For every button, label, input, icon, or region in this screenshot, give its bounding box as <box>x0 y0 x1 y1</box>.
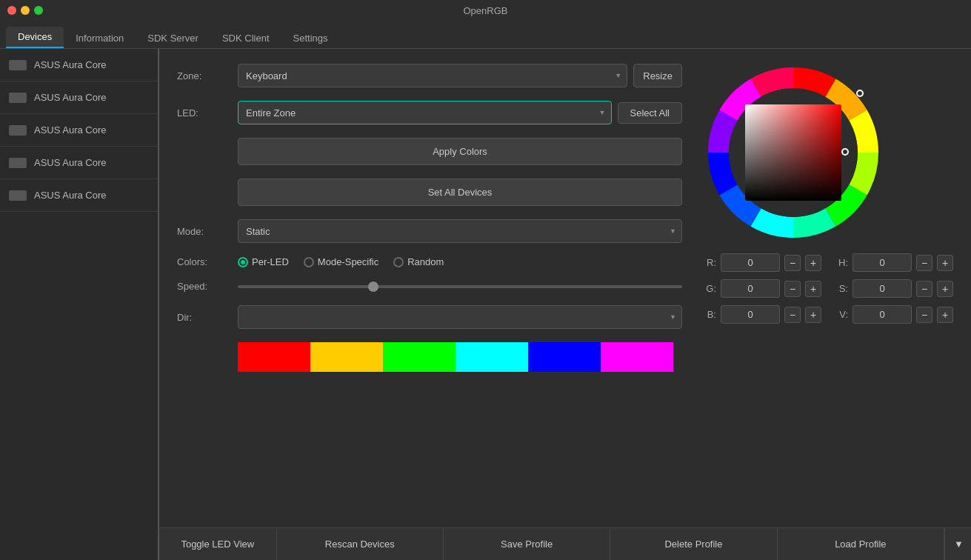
h-decrement[interactable]: − <box>916 255 932 271</box>
delete-profile-button[interactable]: Delete Profile <box>610 528 777 560</box>
zone-control: Keyboard Resize <box>238 64 682 87</box>
app-title: OpenRGB <box>464 5 508 16</box>
tab-information[interactable]: Information <box>64 28 136 48</box>
toggle-led-view-button[interactable]: Toggle LED View <box>159 528 277 560</box>
rgb-group: R: − + G: − + B: <box>704 253 821 324</box>
radio-random-circle <box>393 257 404 267</box>
h-row: H: − + <box>836 253 953 272</box>
v-decrement[interactable]: − <box>916 307 932 323</box>
dir-select[interactable] <box>238 305 682 329</box>
radio-group: Per-LED Mode-Specific Random <box>238 256 444 267</box>
led-select[interactable]: Entire Zone <box>238 101 612 124</box>
radio-per-led-label: Per-LED <box>252 256 289 267</box>
v-row: V: − + <box>836 305 953 324</box>
select-all-button[interactable]: Select All <box>618 102 682 124</box>
apply-colors-button[interactable]: Apply Colors <box>238 138 682 165</box>
radio-per-led[interactable]: Per-LED <box>238 256 289 267</box>
maximize-button[interactable] <box>34 6 43 15</box>
tab-sdk-client[interactable]: SDK Client <box>210 28 281 48</box>
rescan-devices-button[interactable]: Rescan Devices <box>277 528 444 560</box>
dir-select-wrapper <box>238 305 682 329</box>
sidebar-item-label-0: ASUS Aura Core <box>34 59 107 70</box>
device-icon <box>9 93 27 103</box>
s-row: S: − + <box>836 279 953 298</box>
radio-mode-specific-circle <box>304 257 314 267</box>
color-wheel-container[interactable] <box>704 64 882 241</box>
r-increment[interactable]: + <box>805 255 821 271</box>
mode-label: Mode: <box>177 226 229 237</box>
tab-settings[interactable]: Settings <box>281 28 340 48</box>
rgb-hsv-panel: R: − + G: − + B: <box>704 253 953 324</box>
config-right: R: − + G: − + B: <box>704 64 953 513</box>
radio-per-led-circle <box>238 257 248 267</box>
load-profile-button[interactable]: Load Profile <box>778 528 944 560</box>
tab-sdk-server[interactable]: SDK Server <box>136 28 210 48</box>
zone-select[interactable]: Keyboard <box>238 64 627 87</box>
sidebar-item-3[interactable]: ASUS Aura Core <box>0 147 158 179</box>
close-button[interactable] <box>7 6 16 15</box>
color-swatch-0[interactable] <box>238 342 310 372</box>
radio-mode-specific-label: Mode-Specific <box>318 256 378 267</box>
s-decrement[interactable]: − <box>916 281 932 297</box>
speed-row: Speed: <box>177 281 682 292</box>
color-swatch-3[interactable] <box>456 342 528 372</box>
mode-row: Mode: Static Breathing Flashing Color Cy… <box>177 219 682 243</box>
device-icon <box>9 158 27 168</box>
g-decrement[interactable]: − <box>784 281 801 297</box>
g-increment[interactable]: + <box>805 281 821 297</box>
b-row: B: − + <box>704 305 821 324</box>
color-swatch-4[interactable] <box>528 342 601 372</box>
color-swatches <box>238 342 682 372</box>
colors-control: Per-LED Mode-Specific Random <box>238 256 682 267</box>
save-profile-button[interactable]: Save Profile <box>444 528 610 560</box>
load-profile-dropdown[interactable]: ▼ <box>944 528 971 560</box>
g-input[interactable] <box>721 279 780 298</box>
sidebar-item-1[interactable]: ASUS Aura Core <box>0 81 158 114</box>
radio-mode-specific[interactable]: Mode-Specific <box>304 256 378 267</box>
sidebar-item-2[interactable]: ASUS Aura Core <box>0 114 158 147</box>
zone-label: Zone: <box>177 70 229 81</box>
mode-control: Static Breathing Flashing Color Cycle Ra… <box>238 219 682 243</box>
v-increment[interactable]: + <box>937 307 953 323</box>
tab-devices[interactable]: Devices <box>6 27 64 48</box>
s-input[interactable] <box>852 279 912 298</box>
b-increment[interactable]: + <box>805 307 821 323</box>
tabbar: Devices Information SDK Server SDK Clien… <box>0 21 971 49</box>
sidebar-item-label-2: ASUS Aura Core <box>34 124 107 136</box>
titlebar: OpenRGB <box>0 0 971 21</box>
h-label: H: <box>836 257 848 268</box>
color-swatch-5[interactable] <box>601 342 673 372</box>
zone-row: Zone: Keyboard Resize <box>177 64 682 87</box>
minimize-button[interactable] <box>21 6 30 15</box>
colors-row: Colors: Per-LED Mode-Specific <box>177 256 682 267</box>
dir-label: Dir: <box>177 312 229 323</box>
b-label: B: <box>704 309 716 320</box>
sidebar-item-4[interactable]: ASUS Aura Core <box>0 179 158 212</box>
r-input[interactable] <box>721 253 780 272</box>
resize-button[interactable]: Resize <box>633 64 682 87</box>
colors-label: Colors: <box>177 256 229 267</box>
radio-random[interactable]: Random <box>393 256 444 267</box>
radio-random-label: Random <box>407 256 444 267</box>
color-gradient <box>745 104 841 201</box>
r-decrement[interactable]: − <box>784 255 801 271</box>
speed-slider[interactable] <box>238 285 682 288</box>
b-input[interactable] <box>721 305 780 324</box>
color-swatch-2[interactable] <box>383 342 456 372</box>
color-square[interactable] <box>745 104 841 201</box>
sidebar-item-label-4: ASUS Aura Core <box>34 190 107 201</box>
b-decrement[interactable]: − <box>784 307 801 323</box>
s-increment[interactable]: + <box>937 281 953 297</box>
config-panel: Zone: Keyboard Resize LED: <box>159 49 971 527</box>
device-icon <box>9 125 27 136</box>
color-swatch-1[interactable] <box>310 342 383 372</box>
dir-row: Dir: <box>177 305 682 329</box>
mode-select[interactable]: Static Breathing Flashing Color Cycle Ra… <box>238 219 682 243</box>
r-label: R: <box>704 257 716 268</box>
v-input[interactable] <box>852 305 912 324</box>
led-control: Entire Zone Select All <box>238 101 682 124</box>
set-all-devices-button[interactable]: Set All Devices <box>238 179 682 206</box>
h-increment[interactable]: + <box>937 255 953 271</box>
h-input[interactable] <box>852 253 912 272</box>
sidebar-item-0[interactable]: ASUS Aura Core <box>0 49 158 81</box>
